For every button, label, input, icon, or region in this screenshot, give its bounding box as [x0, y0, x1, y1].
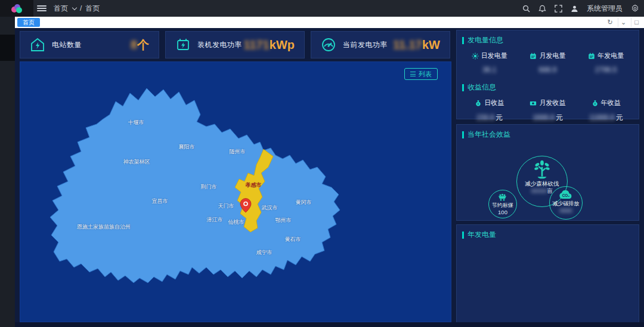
stat-label: 电站数量: [52, 40, 82, 50]
app-logo[interactable]: [0, 0, 33, 17]
refresh-icon[interactable]: ↻: [605, 18, 615, 27]
section-title-generation: 发电量信息: [457, 30, 639, 45]
accent-bar: [462, 84, 464, 91]
house-power-icon: [29, 36, 47, 54]
tab-home[interactable]: 首页: [17, 18, 40, 27]
chevron-down-icon[interactable]: ⌄: [618, 18, 628, 27]
bottom-strip: [15, 322, 644, 327]
breadcrumb-current[interactable]: 首页: [85, 4, 100, 14]
stat-monthly-generation: 月发电量 688.9: [522, 51, 572, 74]
main-content: 电站数量 8个 装机发电功率 1171kWp 当前发电功率 11.17kW: [15, 28, 644, 327]
username[interactable]: 系统管理员: [587, 4, 623, 14]
circle-co2-reduced: CO₂ 减少碳排放 8888: [549, 186, 583, 220]
svg-text:¥: ¥: [478, 102, 479, 106]
breadcrumb-separator: /: [80, 4, 82, 13]
social-benefit-panel: 当年社会效益 减少森林砍伐 8000: [456, 124, 639, 221]
map-city-label[interactable]: 十堰市: [128, 119, 144, 127]
collapsed-sidebar[interactable]: [0, 17, 15, 327]
stat-monthly-income: 月发收益 1688.8元: [522, 98, 572, 123]
chevron-down-icon: [72, 5, 77, 10]
social-circles: 减少森林砍伐 80000亩 节约标煤 100 CO₂: [457, 140, 639, 217]
stat-yearly-income: ¥ 年收益 11888.8元: [581, 98, 631, 123]
solar-panel-icon: [174, 36, 192, 54]
money-bag-icon: ¥: [592, 100, 599, 107]
header-actions: 系统管理员: [522, 0, 639, 17]
dashboard-page: 首页 / 首页 系统管理员 首页 ↻ ⌄ □ 电站数量: [0, 0, 644, 327]
section-title-annual: 年发电量: [457, 225, 639, 240]
gear-icon[interactable]: [631, 4, 639, 13]
generation-stats: 日发电量 36.1 月发电量 688.9 年发电量 279: [457, 45, 639, 74]
map-city-label[interactable]: 天门市: [218, 202, 234, 210]
coal-cart-icon: [497, 193, 508, 201]
fullscreen-toggle-icon[interactable]: □: [631, 18, 642, 27]
stat-value: 11.17kW: [393, 38, 440, 52]
co2-cloud-icon: CO₂: [559, 190, 573, 199]
user-icon[interactable]: [571, 5, 578, 13]
gauge-icon: [320, 36, 338, 54]
map-city-label[interactable]: 咸宁市: [256, 249, 273, 257]
stat-card-installed-power: 装机发电功率 1171kWp: [165, 31, 305, 58]
accent-bar: [462, 232, 464, 239]
income-stats: ¥ 日收益 158.8元 月发收益 1688.8元 ¥ 年收益: [457, 92, 639, 123]
stat-daily-income: ¥ 日收益 158.8元: [465, 98, 515, 123]
list-button-label: 列表: [419, 70, 432, 79]
list-icon: [410, 72, 416, 76]
search-icon[interactable]: [522, 5, 530, 13]
tab-bar: 首页: [15, 17, 644, 28]
map-city-label[interactable]: 仙桃市: [228, 218, 244, 226]
svg-text:CO₂: CO₂: [562, 193, 570, 198]
stat-label: 装机发电功率: [197, 40, 242, 50]
breadcrumb: 首页 / 首页: [54, 0, 100, 17]
stat-value: 8个: [131, 37, 149, 53]
hubei-map[interactable]: [20, 62, 451, 322]
menu-toggle-icon[interactable]: [37, 4, 47, 13]
map-city-label[interactable]: 神农架林区: [123, 158, 150, 166]
stat-yearly-generation: 年发电量 2796.5: [581, 51, 631, 74]
province-shape: [50, 88, 340, 283]
stat-value: 1171kWp: [243, 38, 295, 52]
map-city-label[interactable]: 潜江市: [207, 216, 223, 224]
stat-card-station-count: 电站数量 8个: [20, 31, 159, 58]
tab-bar-tools: ↻ ⌄ □: [605, 17, 642, 28]
stat-card-current-power: 当前发电功率 11.17kW: [311, 31, 450, 58]
generation-income-panel: 发电量信息 日发电量 36.1 月发电量 688.9: [456, 30, 639, 119]
fullscreen-icon[interactable]: [555, 5, 562, 13]
map-city-label[interactable]: 宜昌市: [152, 198, 168, 205]
map-city-label[interactable]: 武汉市: [262, 204, 278, 212]
map-city-label[interactable]: 襄阳市: [179, 143, 195, 151]
map-city-label[interactable]: 黄石市: [285, 236, 301, 243]
circle-coal-saved: 节约标煤 100: [488, 190, 517, 218]
stat-label: 当前发电功率: [343, 40, 388, 50]
map-city-label[interactable]: 孝感市: [246, 181, 262, 189]
svg-text:¥: ¥: [594, 102, 596, 106]
calendar-icon: [530, 53, 537, 60]
annual-generation-panel: 年发电量: [456, 224, 639, 324]
section-title-social: 当年社会效益: [457, 125, 639, 140]
accent-bar: [462, 131, 464, 138]
bell-icon[interactable]: [538, 5, 546, 13]
logo-icon: [11, 4, 23, 13]
map-city-label[interactable]: 随州市: [230, 148, 246, 156]
calendar-icon: [588, 53, 595, 60]
tree-icon: [533, 160, 551, 179]
banknote-icon: [530, 100, 537, 107]
accent-bar: [462, 37, 464, 44]
annual-chart-placeholder: [457, 240, 639, 317]
sidebar-active-item[interactable]: [0, 35, 15, 61]
map-city-label[interactable]: 黄冈市: [296, 199, 312, 206]
breadcrumb-root[interactable]: 首页: [54, 4, 68, 14]
list-button[interactable]: 列表: [404, 68, 438, 80]
sun-icon: [472, 53, 479, 60]
section-title-income: 收益信息: [457, 74, 639, 92]
map-city-label[interactable]: 恩施土家族苗族自治州: [77, 223, 131, 231]
money-bag-icon: ¥: [475, 100, 482, 107]
map-city-label[interactable]: 荆门市: [201, 183, 217, 191]
top-header: 首页 / 首页 系统管理员: [0, 0, 644, 17]
map-city-label[interactable]: 鄂州市: [275, 217, 292, 224]
province-map-panel: 十堰市襄阳市随州市神农架林区荆门市宜昌市孝感市天门市武汉市黄冈市潜江市仙桃市鄂州…: [20, 61, 451, 322]
stat-daily-generation: 日发电量 36.1: [465, 51, 515, 74]
